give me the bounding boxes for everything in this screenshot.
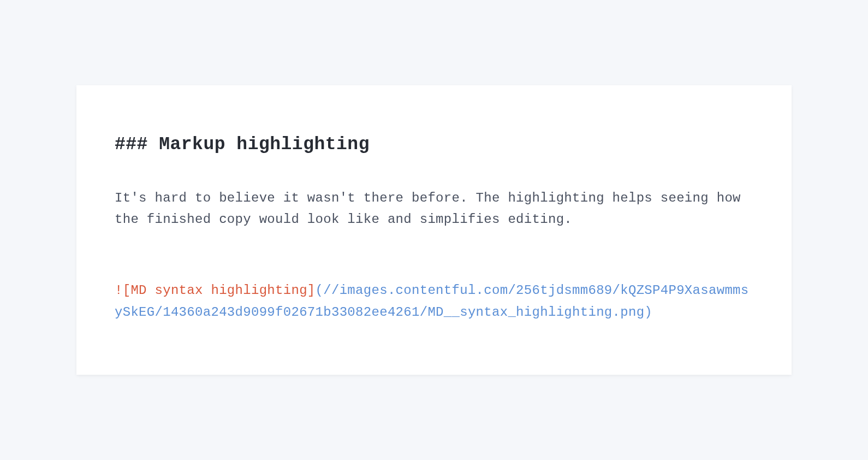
markdown-image-alt: ![MD syntax highlighting] bbox=[115, 283, 316, 298]
editor-card: ### Markup highlighting It's hard to bel… bbox=[76, 85, 792, 375]
markdown-image-syntax: ![MD syntax highlighting](//images.conte… bbox=[115, 280, 753, 323]
markdown-paragraph: It's hard to believe it wasn't there bef… bbox=[115, 187, 753, 231]
markdown-heading: ### Markup highlighting bbox=[115, 134, 753, 155]
